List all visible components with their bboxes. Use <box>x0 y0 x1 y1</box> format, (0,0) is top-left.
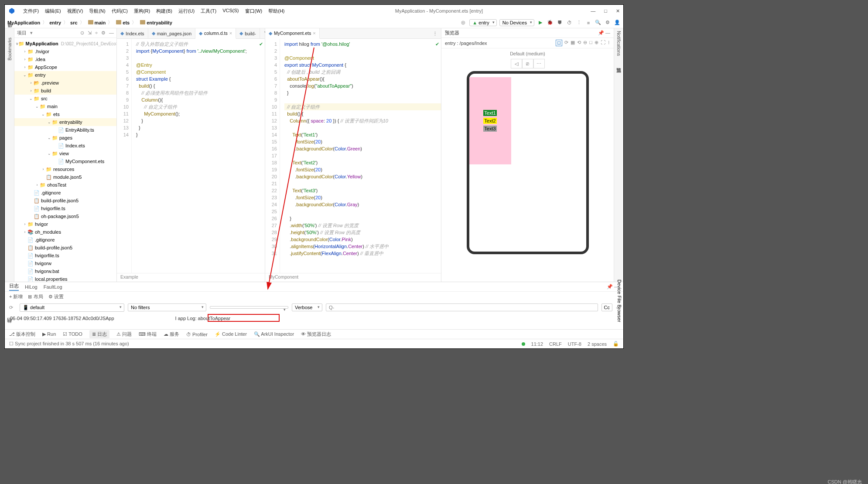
status-eol[interactable]: CRLF <box>549 341 562 347</box>
gear-icon[interactable]: ⚙ <box>101 30 106 36</box>
tree-node[interactable]: 📋oh-package.json5 <box>14 212 116 220</box>
tree-node[interactable]: ⌄📁pages <box>14 134 116 142</box>
bottom-tab[interactable]: ⏱ Profiler <box>186 332 208 337</box>
back-icon[interactable]: ◁ <box>511 59 522 68</box>
tree-node[interactable]: 📄EntryAbility.ts <box>14 126 116 134</box>
tree-node[interactable]: 📄MyComponent.ets <box>14 157 116 165</box>
avatar-icon[interactable]: 👤 <box>614 19 621 26</box>
more-icon[interactable]: ⫶ <box>608 40 610 46</box>
log-tab-faultlog[interactable]: FaultLog <box>44 284 62 290</box>
editor-tab[interactable]: ◆MyComponent.ets × <box>265 28 320 39</box>
hide-icon[interactable]: — <box>109 30 114 36</box>
editor-crumb-right[interactable]: MyComponent <box>265 273 441 282</box>
tree-node[interactable]: ›📁.idea <box>14 55 116 63</box>
readonly-icon[interactable]: 🔓 <box>613 341 619 347</box>
bottom-tab[interactable]: ▶ Run <box>42 331 56 337</box>
filter-level[interactable]: Verbose <box>292 303 322 311</box>
editor-tab[interactable]: ◆Index.ets <box>117 28 148 38</box>
tree-node[interactable]: 📄hvigorfile.ts <box>14 252 116 259</box>
tree-node[interactable]: 📄hvigorw <box>14 259 116 267</box>
editor-tab[interactable]: ◆column.d.ts × <box>195 28 236 39</box>
coverage-icon[interactable]: ⛊ <box>556 19 563 26</box>
maximize-icon[interactable]: □ <box>604 8 607 14</box>
menu-item[interactable]: 视图(V) <box>65 7 86 15</box>
bottom-tab[interactable]: 👁 预览器日志 <box>301 331 331 337</box>
stop-icon[interactable]: ■ <box>585 19 592 26</box>
editor-tabs-right[interactable]: ◆MyComponent.ets ×⋮ <box>265 28 441 39</box>
search-icon[interactable]: 🔍 <box>595 19 601 26</box>
expand-icon[interactable]: ⇲ <box>88 30 92 36</box>
tree-node[interactable]: 📄hvigorfile.ts <box>14 205 116 212</box>
refresh-icon[interactable]: ⟳ <box>564 40 568 46</box>
status-enc[interactable]: UTF-8 <box>568 341 581 347</box>
bottom-tab[interactable]: ⚠ 问题 <box>116 331 132 337</box>
bottom-tab[interactable]: 🔍 ArkUI Inspector <box>254 331 294 337</box>
restart-icon[interactable]: ⟳ <box>9 305 16 310</box>
tree-node[interactable]: ›📁ohosTest <box>14 181 116 189</box>
tree-node[interactable]: ⌄📁entryability <box>14 118 116 126</box>
menu-item[interactable]: 帮助(H) <box>266 7 287 15</box>
bottom-tab[interactable]: ☁ 服务 <box>164 331 179 337</box>
tree-node[interactable]: 📋build-profile.json5 <box>14 197 116 205</box>
settings-icon[interactable]: ⚙ <box>604 19 611 26</box>
editor-tab[interactable]: ◆build- <box>236 28 260 38</box>
fullscreen-icon[interactable]: ⛶ <box>601 40 605 46</box>
log-settings[interactable]: ⚙ 设置 <box>48 293 64 300</box>
home-icon[interactable]: ⎚ <box>522 59 533 68</box>
select-opened-icon[interactable]: ⊙ <box>80 30 84 36</box>
rotate-icon[interactable]: ⟲ <box>577 40 581 46</box>
menu-item[interactable]: 重构(R) <box>131 7 153 15</box>
bottom-tab[interactable]: ⎇ 版本控制 <box>9 331 35 337</box>
filter-process[interactable] <box>210 306 288 309</box>
code-left[interactable]: // 导入外部自定义子组件import {MyComponent} from '… <box>132 39 265 273</box>
tree-node[interactable]: ›📚oh_modules <box>14 228 116 236</box>
editor-crumb-left[interactable]: Example <box>117 273 265 282</box>
tree-node[interactable]: ›📁.hvigor <box>14 48 116 55</box>
device-dropdown[interactable]: No Devices <box>499 19 534 26</box>
bottom-tab[interactable]: ≣ 日志 <box>89 330 109 338</box>
target-icon[interactable]: ◎ <box>460 19 467 26</box>
filter-search[interactable] <box>326 303 598 311</box>
filter-device[interactable]: 📱 default <box>20 303 124 312</box>
tree-node[interactable]: ›📁build <box>14 87 116 95</box>
zoom-in-icon[interactable]: ⊕ <box>595 40 598 46</box>
tree-node[interactable]: 📋build-profile.json5 <box>14 244 116 252</box>
tree-node[interactable]: ›📂.preview <box>14 79 116 87</box>
filter-mode[interactable]: No filters <box>128 303 206 311</box>
tree-node[interactable]: ›📁AppScope <box>14 63 116 71</box>
sidebar-tab-bookmarks[interactable]: Bookmarks <box>7 37 12 61</box>
tree-node[interactable]: 📋module.json5 <box>14 173 116 181</box>
menu-icon[interactable]: ⋯ <box>533 59 545 68</box>
menu-item[interactable]: 窗口(W) <box>243 7 265 15</box>
run-icon[interactable]: ▶ <box>537 19 544 26</box>
grid-icon[interactable]: ▦ <box>571 40 575 46</box>
menu-item[interactable]: 构建(B) <box>154 7 175 15</box>
menu-item[interactable]: 代码(C) <box>109 7 130 15</box>
zoom-fit-icon[interactable]: □ <box>589 40 592 46</box>
main-menu[interactable]: 文件(F)编辑(E)视图(V)导航(N)代码(C)重构(R)构建(B)运行(U)… <box>21 7 287 15</box>
inspect-icon[interactable]: ⊡ <box>556 40 562 46</box>
zoom-out-icon[interactable]: ⊖ <box>583 40 587 46</box>
menu-item[interactable]: 运行(U) <box>176 7 197 15</box>
breadcrumbs[interactable]: MyApplication〉entry〉src〉main〉ets〉entryab… <box>7 19 172 26</box>
tree-node[interactable]: ⌄📁ets <box>14 110 116 118</box>
code-right[interactable]: import hilog from '@ohos.hilog' @Compone… <box>280 39 441 273</box>
bottom-tab[interactable]: ⌨ 终端 <box>139 331 157 337</box>
menu-item[interactable]: 导航(N) <box>86 7 108 15</box>
tree-node[interactable]: ⌄📁entry <box>14 71 116 79</box>
tree-node[interactable]: ⌄📁src <box>14 95 116 102</box>
menu-item[interactable]: 工具(T) <box>198 7 219 15</box>
status-indent[interactable]: 2 spaces <box>588 341 607 347</box>
tree-node[interactable]: 📄hvigorw.bat <box>14 267 116 275</box>
sidebar-tab-devicefile[interactable]: Device File Browser <box>617 279 622 322</box>
match-case-button[interactable]: Cc <box>601 303 612 311</box>
menu-item[interactable]: 编辑(E) <box>42 7 64 15</box>
tree-node[interactable]: 📄.gitignore <box>14 236 116 244</box>
editor-tabs-left[interactable]: ◆Index.ets◆main_pages.json◆column.d.ts ×… <box>117 28 265 39</box>
tree-node[interactable]: 📄Index.ets <box>14 142 116 150</box>
collapse-icon[interactable]: ÷ <box>95 30 98 36</box>
tree-node[interactable]: ⌄📁main <box>14 102 116 110</box>
editor-tab[interactable]: ◆main_pages.json <box>148 28 195 38</box>
tree-root[interactable]: v📁MyApplicationD:\002_Project\014_DevEco… <box>14 40 116 48</box>
module-dropdown[interactable]: ▲ entry <box>469 19 496 26</box>
